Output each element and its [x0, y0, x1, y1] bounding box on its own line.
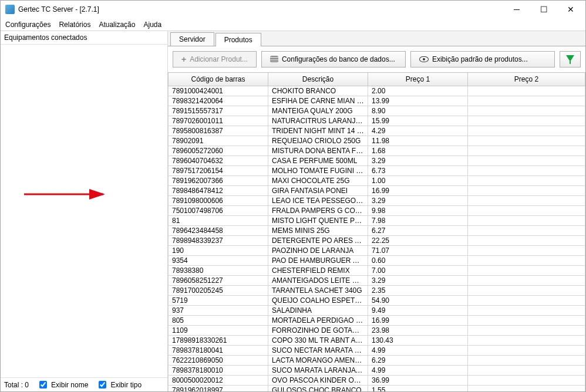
table-row[interactable]: 81MISTO LIGHT QUENTE PEIT...7.98 — [169, 216, 585, 226]
table-row[interactable]: 7898378180041SUCO NECTAR MARATA G...4.99 — [169, 346, 585, 356]
tab-server[interactable]: Servidor — [170, 32, 214, 46]
cell-p2 — [468, 336, 585, 346]
table-row[interactable]: 7891515557317MANTEIGA QUALY 200G8.90 — [169, 106, 585, 116]
menu-reports[interactable]: Relatórios — [59, 21, 90, 29]
cell-desc: QUEIJO COALHO ESPETO A... — [268, 296, 368, 306]
cell-desc: GULOSOS CHOC BRANCO — [268, 386, 368, 392]
app-icon — [5, 5, 15, 14]
db-config-button[interactable]: Configurações do banco de dados... — [261, 51, 406, 67]
toolbar: + Adicionar Produt... Configurações do b… — [168, 46, 585, 72]
table-row[interactable]: 7501007498706FRALDA PAMPERS G COM 89.98 — [169, 206, 585, 216]
table-row[interactable]: 5719QUEIJO COALHO ESPETO A...54.90 — [169, 296, 585, 306]
cell-p1: 6.73 — [368, 166, 468, 176]
window-title: Gertec TC Server - [2.7.1] — [18, 5, 99, 13]
col-header-desc[interactable]: Descrição — [268, 73, 368, 86]
cell-desc: AMANTEIGADOS LEITE COM... — [268, 276, 368, 286]
cell-p2 — [468, 196, 585, 206]
maximize-button[interactable]: ☐ — [530, 1, 557, 18]
col-header-code[interactable]: Código de barras — [169, 73, 268, 86]
cell-p1: 8.90 — [368, 106, 468, 116]
menu-update[interactable]: Atualização — [99, 21, 135, 29]
table-row[interactable]: 17898918330261COPO 330 ML TR ABNT ALT...… — [169, 336, 585, 346]
table-row[interactable]: 190PAOZINHO DE LARANJA71.07 — [169, 246, 585, 256]
table-row[interactable]: 7896058251227AMANTEIGADOS LEITE COM...3.… — [169, 276, 585, 286]
minimize-button[interactable]: ─ — [503, 1, 530, 18]
table-row[interactable]: 7897517206154MOLHO TOMATE FUGINI 2KG6.73 — [169, 166, 585, 176]
table-row[interactable]: 7891962007366MAXI CHOCOLATE 25G1.00 — [169, 176, 585, 186]
cell-p2 — [468, 326, 585, 336]
menu-help[interactable]: Ajuda — [143, 21, 161, 29]
cell-p1: 16.99 — [368, 316, 468, 326]
cell-p2 — [468, 136, 585, 146]
cell-p1: 4.29 — [368, 126, 468, 136]
table-row[interactable]: 9354PAO DE HAMBURGUER ALE...0.60 — [169, 256, 585, 266]
col-header-price2[interactable]: Preço 2 — [468, 73, 585, 86]
display-config-button[interactable]: Exibição padrão de produtos... — [410, 51, 555, 67]
funnel-icon — [566, 55, 574, 64]
cell-code: 7897517206154 — [169, 166, 268, 176]
show-type-checkbox[interactable]: Exibir tipo — [96, 379, 142, 390]
cell-code: 7891700205245 — [169, 286, 268, 296]
filter-button[interactable] — [560, 51, 581, 67]
cell-p1: 3.29 — [368, 276, 468, 286]
table-row[interactable]: 7898321420064ESFIHA DE CARNE MIAN 9 ...1… — [169, 96, 585, 106]
table-row[interactable]: 7898486478412GIRA FANTASIA PONEI16.99 — [169, 186, 585, 196]
table-row[interactable]: 78902091REQUEIJAO CRIOLO 250G11.98 — [169, 136, 585, 146]
tab-products[interactable]: Produtos — [215, 33, 261, 46]
cell-desc: CHOKITO BRANCO — [268, 86, 368, 96]
products-table-scroll[interactable]: Código de barras Descrição Preço 1 Preço… — [168, 72, 585, 391]
cell-p1: 13.99 — [368, 96, 468, 106]
cell-code: 7891000424001 — [169, 86, 268, 96]
cell-p1: 54.90 — [368, 296, 468, 306]
table-row[interactable]: 8000500020012OVO PASCOA KINDER OVO36.99 — [169, 376, 585, 386]
table-row[interactable]: 7898378180010SUCO MARATA LARANJA 1L4.99 — [169, 366, 585, 376]
cell-code: 7895800816387 — [169, 126, 268, 136]
cell-desc: MISTURA DONA BENTA FES... — [268, 146, 368, 156]
cell-code: 7898321420064 — [169, 96, 268, 106]
table-row[interactable]: 7891000424001CHOKITO BRANCO2.00 — [169, 86, 585, 96]
table-row[interactable]: 7896423484458MEMS MINIS 25G6.27 — [169, 226, 585, 236]
eye-icon — [419, 56, 429, 62]
table-row[interactable]: 78938380CHESTERFIELD REMIX7.00 — [169, 266, 585, 276]
close-button[interactable]: ✕ — [557, 1, 584, 18]
show-name-input[interactable] — [39, 381, 47, 388]
table-row[interactable]: 805MORTADELA PERDIGAO BO...16.99 — [169, 316, 585, 326]
cell-code: 7896423484458 — [169, 226, 268, 236]
col-header-price1[interactable]: Preço 1 — [368, 73, 468, 86]
menu-config[interactable]: Configurações — [5, 21, 50, 29]
table-row[interactable]: 7622210869050LACTA MORANGO AMENDO...6.29 — [169, 356, 585, 366]
cell-desc: COPO 330 ML TR ABNT ALT... — [268, 336, 368, 346]
table-row[interactable]: 7891962018997GULOSOS CHOC BRANCO1.55 — [169, 386, 585, 392]
cell-p2 — [468, 86, 585, 96]
titlebar: Gertec TC Server - [2.7.1] ─ ☐ ✕ — [1, 1, 585, 18]
cell-desc: LEAO ICE TEA PESSEGO LA... — [268, 196, 368, 206]
cell-p2 — [468, 276, 585, 286]
cell-p2 — [468, 156, 585, 166]
cell-code: 7896005272060 — [169, 146, 268, 156]
cell-p1: 4.99 — [368, 346, 468, 356]
table-row[interactable]: 7895800816387TRIDENT NIGHT MINT 14 UN4.2… — [169, 126, 585, 136]
cell-p2 — [468, 186, 585, 196]
cell-p1: 3.29 — [368, 196, 468, 206]
cell-p1: 2.00 — [368, 86, 468, 96]
cell-p2 — [468, 126, 585, 136]
cell-code: 8000500020012 — [169, 376, 268, 386]
table-row[interactable]: 7891098000606LEAO ICE TEA PESSEGO LA...3… — [169, 196, 585, 206]
table-row[interactable]: 7898948339237DETERGENTE PO ARES AZ...22.… — [169, 236, 585, 246]
cell-desc: OVO PASCOA KINDER OVO — [268, 376, 368, 386]
table-row[interactable]: 7896040704632CASA E PERFUME 500ML3.29 — [169, 156, 585, 166]
table-row[interactable]: 1109FORROZINHO DE GOTAS C...23.98 — [169, 326, 585, 336]
table-row[interactable]: 7896005272060MISTURA DONA BENTA FES...1.… — [169, 146, 585, 156]
app-window: Gertec TC Server - [2.7.1] ─ ☐ ✕ Configu… — [0, 0, 586, 392]
show-type-input[interactable] — [99, 381, 106, 388]
tab-strip: Servidor Produtos — [168, 31, 585, 46]
menubar: Configurações Relatórios Atualização Aju… — [1, 18, 585, 31]
cell-code: 7501007498706 — [169, 206, 268, 216]
annotation-arrow-icon — [24, 188, 112, 200]
table-row[interactable]: 937SALADINHA9.49 — [169, 306, 585, 316]
table-row[interactable]: 7891700205245TARANTELA SACHET 340G2.35 — [169, 286, 585, 296]
cell-p2 — [468, 206, 585, 216]
show-name-checkbox[interactable]: Exibir nome — [37, 379, 88, 390]
table-row[interactable]: 7897026001011NATURACITRUS LARANJA 2L15.9… — [169, 116, 585, 126]
cell-code: 190 — [169, 246, 268, 256]
